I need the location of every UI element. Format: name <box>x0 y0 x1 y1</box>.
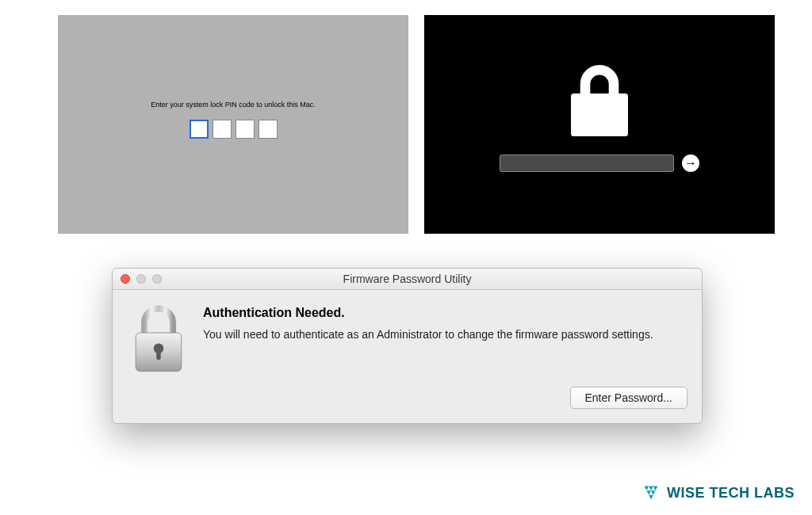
window-traffic-lights <box>113 274 162 284</box>
svg-marker-9 <box>649 495 653 500</box>
dialog-heading: Authentication Needed. <box>203 306 684 320</box>
padlock-icon <box>130 304 187 376</box>
svg-marker-4 <box>645 486 649 491</box>
dialog-title: Firmware Password Utility <box>113 273 702 285</box>
svg-marker-8 <box>651 490 656 495</box>
dialog-body: Authentication Needed. You will need to … <box>113 290 702 387</box>
pin-digit-1[interactable] <box>190 120 209 139</box>
minimize-window-button[interactable] <box>136 274 146 284</box>
dialog-footer: Enter Password... <box>113 387 702 423</box>
svg-marker-6 <box>653 486 658 491</box>
titlebar: Firmware Password Utility <box>113 269 702 290</box>
watermark: WISE TECH LABS <box>640 482 795 504</box>
svg-rect-3 <box>156 349 160 360</box>
pin-digit-2[interactable] <box>213 120 232 139</box>
svg-marker-5 <box>649 486 653 491</box>
enter-password-button[interactable]: Enter Password... <box>570 387 688 409</box>
watermark-text: WISE TECH LABS <box>667 485 795 502</box>
pin-instruction-text: Enter your system lock PIN code to unloc… <box>151 101 316 109</box>
firmware-password-dialog: Firmware Password Utility <box>112 268 703 424</box>
dialog-description: You will need to authenticate as an Admi… <box>203 326 684 342</box>
zoom-window-button[interactable] <box>152 274 162 284</box>
pin-digit-3[interactable] <box>236 120 255 139</box>
svg-marker-7 <box>646 490 651 495</box>
lock-icon <box>564 61 635 140</box>
arrow-right-icon: → <box>684 157 697 170</box>
password-row: → <box>500 154 699 172</box>
dialog-text: Authentication Needed. You will need to … <box>203 304 684 342</box>
close-window-button[interactable] <box>121 274 130 284</box>
pin-input-group <box>190 120 278 139</box>
brand-logo-icon <box>640 482 662 504</box>
firmware-lock-screen: → <box>424 15 775 234</box>
password-field[interactable] <box>500 154 674 172</box>
pin-digit-4[interactable] <box>259 120 278 139</box>
svg-rect-0 <box>571 93 628 136</box>
submit-arrow-button[interactable]: → <box>682 154 699 172</box>
pin-lock-screen: Enter your system lock PIN code to unloc… <box>58 15 408 234</box>
